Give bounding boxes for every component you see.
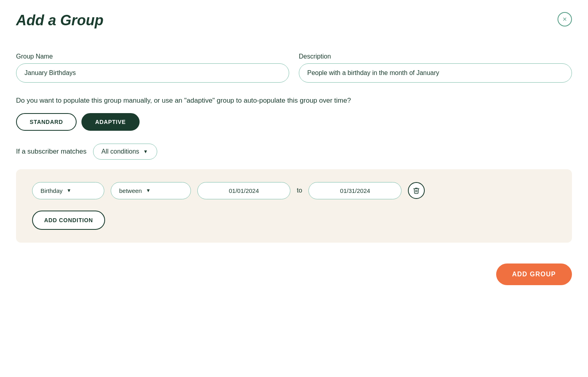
conditions-value: All conditions (101, 148, 139, 155)
add-condition-button[interactable]: ADD CONDITION (32, 211, 105, 230)
condition-row: Birthday ▼ between ▼ to (32, 182, 556, 199)
page-header: Add a Group × (16, 12, 572, 29)
subscriber-label: If a subscriber matches (16, 148, 87, 156)
field-value: Birthday (41, 187, 63, 194)
operator-value: between (119, 187, 142, 194)
form-fields-row: Group Name Description (16, 53, 572, 83)
toggle-group: STANDARD ADAPTIVE (16, 113, 572, 131)
adaptive-question: Do you want to populate this group manua… (16, 95, 572, 106)
chevron-down-icon: ▼ (146, 188, 151, 193)
group-name-input[interactable] (16, 63, 289, 83)
conditions-dropdown[interactable]: All conditions ▼ (93, 144, 157, 160)
add-group-button[interactable]: ADD GROUP (496, 263, 572, 285)
page-title: Add a Group (16, 12, 103, 29)
date-to-input[interactable] (308, 182, 401, 199)
description-label: Description (299, 53, 572, 60)
description-group: Description (299, 53, 572, 83)
field-dropdown[interactable]: Birthday ▼ (32, 182, 104, 199)
date-from-input[interactable] (197, 182, 290, 199)
group-name-label: Group Name (16, 53, 289, 60)
operator-dropdown[interactable]: between ▼ (111, 182, 191, 199)
trash-icon (413, 187, 420, 194)
conditions-area: Birthday ▼ between ▼ to ADD CONDITION (16, 169, 572, 243)
to-label: to (297, 187, 302, 194)
close-button[interactable]: × (558, 12, 572, 26)
subscriber-row: If a subscriber matches All conditions ▼ (16, 144, 572, 160)
standard-toggle-button[interactable]: STANDARD (16, 113, 77, 131)
footer-row: ADD GROUP (16, 255, 572, 285)
chevron-down-icon: ▼ (143, 149, 148, 154)
delete-condition-button[interactable] (408, 182, 425, 199)
description-input[interactable] (299, 63, 572, 83)
adaptive-toggle-button[interactable]: ADAPTIVE (81, 113, 139, 131)
chevron-down-icon: ▼ (67, 188, 71, 193)
group-name-group: Group Name (16, 53, 289, 83)
